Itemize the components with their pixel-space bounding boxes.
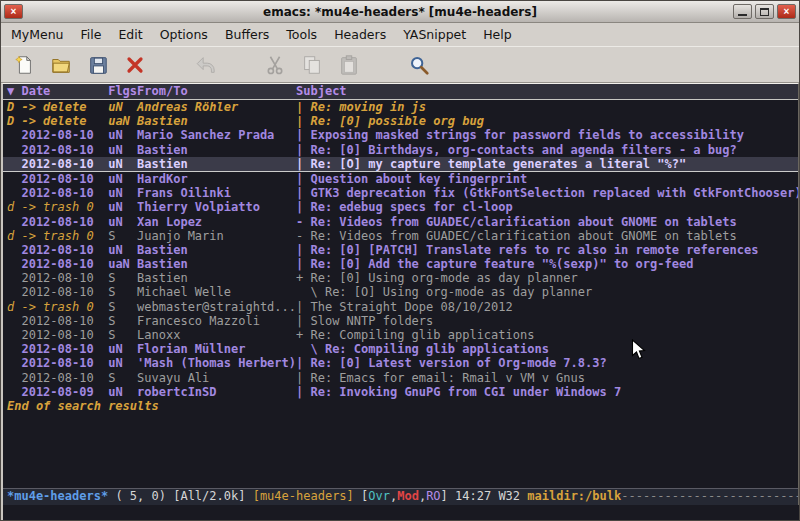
row-subject: \ Re: Compiling glib applications <box>296 342 549 356</box>
row-date: 2012-08-10 <box>7 271 108 285</box>
message-row[interactable]: 2012-08-10 S Bastien + Re: [0] Using org… <box>3 271 798 285</box>
row-subject: - Re: Videos from GUADEC/clarification a… <box>296 229 737 243</box>
row-flags: uaN <box>108 114 137 128</box>
row-date: d -> trash 0 <box>7 200 108 214</box>
message-row[interactable]: 2012-08-10 S Suvayu Ali | Re: Emacs for … <box>3 371 798 385</box>
message-row[interactable]: D -> delete uaN Bastien | Re: [0] possib… <box>3 114 798 128</box>
mode-line[interactable]: *mu4e-headers* ( 5, 0) [All/2.0k] [mu4e-… <box>3 488 798 505</box>
message-row[interactable]: 2012-08-10 uN Bastien | Re: [0] [PATCH] … <box>3 243 798 257</box>
column-headers: ▼ Date FlgsFrom/To Subject <box>3 84 798 100</box>
row-date: 2012-08-09 <box>7 385 108 399</box>
message-row[interactable]: 2012-08-10 uN Florian Müllner \ Re: Comp… <box>3 342 798 356</box>
row-from: webmaster@straightd... <box>137 300 296 314</box>
message-row[interactable]: 2012-08-10 uN Xan Lopez - Re: Videos fro… <box>3 215 798 229</box>
modeline-maildir: maildir:/bulk <box>527 489 621 503</box>
row-from: Frans Oilinki <box>137 186 296 200</box>
modeline-text: W32 <box>491 489 527 503</box>
row-subject: | GTK3 deprecation fix (GtkFontSelection… <box>296 186 798 200</box>
toolbar-separator <box>228 54 252 76</box>
modeline-mod: Mod <box>397 489 419 503</box>
column-header-flags[interactable]: Flgs <box>108 84 137 98</box>
menu-file[interactable]: File <box>81 27 102 42</box>
close-button[interactable] <box>121 51 149 79</box>
message-row[interactable]: d -> trash 0 S webmaster@straightd...| T… <box>3 300 798 314</box>
menu-edit[interactable]: Edit <box>118 27 142 42</box>
open-file-button[interactable] <box>47 51 75 79</box>
message-row[interactable]: 2012-08-10 uN Mario Sanchez Prada | Expo… <box>3 128 798 142</box>
row-subject: | Re: [0] [PATCH] Translate refs to rc a… <box>296 243 758 257</box>
copy-button <box>298 51 326 79</box>
row-date: 2012-08-10 <box>7 143 108 157</box>
close-icon <box>124 54 146 76</box>
message-row[interactable]: 2012-08-10 uN Bastien | Re: [0] Birthday… <box>3 143 798 157</box>
save-icon <box>87 54 109 76</box>
message-row[interactable]: d -> trash 0 S Juanjo Marin - Re: Videos… <box>3 229 798 243</box>
message-row[interactable]: 2012-08-10 S Francesco Mazzoli | Slow NN… <box>3 314 798 328</box>
row-from: Michael Welle <box>137 285 296 299</box>
window-maximize-button[interactable] <box>755 4 774 19</box>
menu-tools[interactable]: Tools <box>286 27 317 42</box>
undo-button <box>191 51 219 79</box>
column-header-date[interactable]: ▼ Date <box>7 84 108 98</box>
end-of-results: End of search results <box>3 399 798 413</box>
empty-buffer-space <box>3 413 798 488</box>
message-row[interactable]: 2012-08-10 uN HardKor | Question about k… <box>3 172 798 186</box>
row-subject: | Re: Emacs for email: Rmail v VM v Gnus <box>296 371 585 385</box>
window-close-left-button[interactable]: × <box>4 4 23 19</box>
row-flags: S <box>108 300 137 314</box>
row-subject: | Re: [O] my capture template generates … <box>296 157 686 171</box>
row-flags: uN <box>108 385 137 399</box>
menu-headers[interactable]: Headers <box>334 27 386 42</box>
menu-mymenu[interactable]: MyMenu <box>11 27 64 42</box>
row-flags: uN <box>108 128 137 142</box>
buffer-area: ▼ Date FlgsFrom/To Subject D -> delete u… <box>1 83 799 505</box>
menu-buffers[interactable]: Buffers <box>225 27 269 42</box>
message-row[interactable]: 2012-08-10 uN 'Mash (Thomas Herbert)| Re… <box>3 356 798 370</box>
menu-yasnippet[interactable]: YASnippet <box>403 27 466 42</box>
row-date: 2012-08-10 <box>7 172 108 186</box>
row-from: Bastien <box>137 157 296 171</box>
row-from: Thierry Volpiatto <box>137 200 296 214</box>
modeline-text: 14:27 <box>455 489 491 503</box>
window-minimize-button[interactable] <box>733 4 752 19</box>
echo-area[interactable] <box>1 505 799 520</box>
row-from: Juanjo Marin <box>137 229 296 243</box>
column-header-from[interactable]: From/To <box>137 84 296 98</box>
new-file-button[interactable] <box>10 51 38 79</box>
row-from: Suvayu Ali <box>137 371 296 385</box>
toolbar-separator <box>158 54 182 76</box>
message-row[interactable]: 2012-08-10 uN Frans Oilinki | GTK3 depre… <box>3 186 798 200</box>
row-flags: uN <box>108 157 137 171</box>
message-row[interactable]: 2012-08-10 S Michael Welle \ Re: [O] Usi… <box>3 285 798 299</box>
window-close-button[interactable]: × <box>777 4 796 19</box>
minimize-icon <box>738 8 747 16</box>
row-date: 2012-08-10 <box>7 285 108 299</box>
message-row[interactable]: D -> delete uN Andreas Röhler | Re: movi… <box>3 100 798 114</box>
row-flags: uN <box>108 143 137 157</box>
row-subject: + Re: Compiling glib applications <box>296 328 534 342</box>
message-row[interactable]: 2012-08-10 S Lanoxx + Re: Compiling glib… <box>3 328 798 342</box>
column-header-subject[interactable]: Subject <box>296 84 347 98</box>
cut-icon <box>264 54 286 76</box>
modeline-text: [All/2.0k] <box>173 489 252 503</box>
message-row[interactable]: 2012-08-09 uN robertcInSD | Re: Invoking… <box>3 385 798 399</box>
message-row[interactable]: d -> trash 0 uN Thierry Volpiatto | Re: … <box>3 200 798 214</box>
modeline-text: ] <box>441 489 455 503</box>
row-subject: | Question about key fingerprint <box>296 172 527 186</box>
search-button[interactable] <box>405 51 433 79</box>
window-title: emacs: *mu4e-headers* [mu4e-headers] <box>1 5 799 19</box>
row-subject: | Re: moving in js <box>296 100 426 114</box>
row-date: 2012-08-10 <box>7 257 108 271</box>
menu-options[interactable]: Options <box>160 27 208 42</box>
row-subject: | Re: edebug specs for cl-loop <box>296 200 513 214</box>
row-subject: | The Straight Dope 08/10/2012 <box>296 300 513 314</box>
menu-help[interactable]: Help <box>483 27 512 42</box>
row-from: robertcInSD <box>137 385 296 399</box>
row-date: 2012-08-10 <box>7 128 108 142</box>
row-from: Francesco Mazzoli <box>137 314 296 328</box>
save-button[interactable] <box>84 51 112 79</box>
toolbar <box>1 46 799 83</box>
message-row[interactable]: 2012-08-10 uN Bastien | Re: [O] my captu… <box>3 157 798 172</box>
close-icon: × <box>11 7 17 17</box>
message-row[interactable]: 2012-08-10 uaN Bastien | Re: [0] Add the… <box>3 257 798 271</box>
